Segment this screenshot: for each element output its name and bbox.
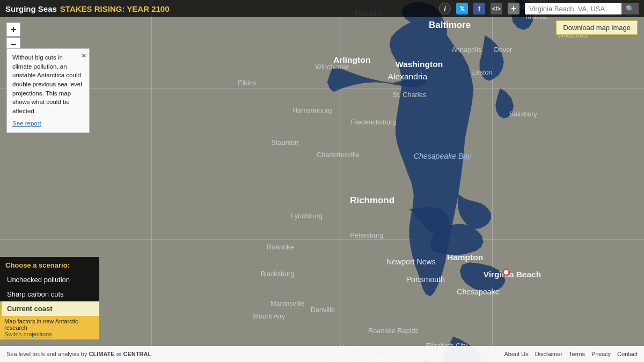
svg-point-64 bbox=[504, 270, 508, 274]
zoom-controls: + − bbox=[6, 23, 20, 51]
svg-text:Portsmouth: Portsmouth bbox=[406, 275, 445, 284]
brand-name: CLIMATE bbox=[89, 351, 115, 357]
svg-text:St. Charles: St. Charles bbox=[392, 92, 426, 99]
footer-about[interactable]: About Us bbox=[504, 351, 528, 357]
footer-privacy[interactable]: Privacy bbox=[591, 351, 611, 357]
svg-text:Baltimore: Baltimore bbox=[429, 20, 471, 30]
twitter-icon[interactable]: 𝕏 bbox=[456, 3, 468, 14]
switch-projections-link[interactable]: Switch projections bbox=[4, 331, 95, 337]
search-button[interactable]: 🔍 bbox=[621, 3, 639, 14]
svg-text:Danville: Danville bbox=[311, 306, 335, 314]
scenario-current[interactable]: Current coast bbox=[0, 301, 99, 316]
zoom-in-button[interactable]: + bbox=[6, 23, 20, 36]
download-map-button[interactable]: Download map image bbox=[556, 20, 638, 35]
footer-links: About Us Disclaimer Terms Privacy Contac… bbox=[504, 351, 638, 357]
svg-text:Chesapeake: Chesapeake bbox=[457, 287, 499, 296]
svg-text:Dover: Dover bbox=[494, 46, 513, 54]
svg-text:Richmond: Richmond bbox=[350, 195, 394, 205]
svg-text:Salisbury: Salisbury bbox=[509, 110, 538, 118]
brand-suffix: CENTRAL bbox=[123, 351, 152, 357]
svg-text:Alexandria: Alexandria bbox=[388, 72, 428, 81]
antarctica-notice: Map factors in new Antarctic research Sw… bbox=[0, 316, 99, 339]
svg-text:Arlington: Arlington bbox=[333, 55, 370, 64]
title-surging: Surging Seas bbox=[5, 4, 57, 13]
svg-text:Mount Airy: Mount Airy bbox=[253, 313, 286, 320]
credit-text: Sea level tools and analysis by bbox=[6, 351, 87, 357]
footer-terms[interactable]: Terms bbox=[569, 351, 585, 357]
info-popup-close[interactable]: × bbox=[82, 51, 86, 61]
cc-logo: CLIMATE ∞ CENTRAL bbox=[89, 350, 152, 358]
plus-icon[interactable]: + bbox=[508, 3, 519, 14]
title-stakes: STAKES RISING: YEAR 2100 bbox=[60, 4, 170, 13]
svg-text:Washington: Washington bbox=[396, 60, 443, 69]
scenario-unchecked[interactable]: Unchecked pollution bbox=[0, 272, 99, 287]
svg-text:Roanoke: Roanoke bbox=[267, 243, 294, 251]
svg-text:Annapolis: Annapolis bbox=[451, 46, 481, 54]
svg-text:Virginia Beach: Virginia Beach bbox=[484, 270, 541, 279]
bottom-bar: Sea level tools and analysis by CLIMATE … bbox=[0, 346, 644, 362]
svg-text:Staunton: Staunton bbox=[271, 139, 298, 146]
svg-text:Martinsville: Martinsville bbox=[270, 300, 304, 307]
info-button[interactable]: i bbox=[439, 3, 451, 14]
search-container: 🔍 bbox=[525, 3, 639, 14]
svg-text:Winchester: Winchester bbox=[315, 63, 349, 71]
svg-text:Hampton: Hampton bbox=[447, 253, 483, 262]
facebook-icon[interactable]: f bbox=[473, 3, 485, 14]
svg-text:Chesapeake Bay: Chesapeake Bay bbox=[414, 152, 472, 160]
footer-disclaimer[interactable]: Disclaimer bbox=[535, 351, 562, 357]
svg-text:Fredericksburg: Fredericksburg bbox=[351, 119, 397, 126]
see-report-link[interactable]: See report bbox=[12, 120, 41, 127]
footer-contact[interactable]: Contact bbox=[617, 351, 638, 357]
svg-text:Easton: Easton bbox=[471, 69, 493, 76]
svg-text:Charlottesville: Charlottesville bbox=[317, 151, 360, 159]
search-input[interactable] bbox=[525, 3, 621, 14]
svg-text:Petersburg: Petersburg bbox=[350, 232, 383, 239]
scenario-list: Unchecked pollution Sharp carbon cuts Cu… bbox=[0, 272, 99, 316]
svg-text:Roanoke Rapids: Roanoke Rapids bbox=[368, 327, 419, 335]
info-popup-text: Without big cuts in climate pollution, a… bbox=[12, 53, 84, 116]
info-popup: × Without big cuts in climate pollution,… bbox=[6, 48, 90, 133]
scenario-carbon[interactable]: Sharp carbon cuts bbox=[0, 287, 99, 301]
svg-text:Newport News: Newport News bbox=[386, 258, 436, 267]
scenario-panel: Choose a scenario: Unchecked pollution S… bbox=[0, 257, 99, 339]
top-right-tools: i 𝕏 f </> + 🔍 bbox=[439, 3, 639, 14]
svg-text:Blacksburg: Blacksburg bbox=[261, 270, 295, 278]
code-icon[interactable]: </> bbox=[491, 3, 502, 14]
top-bar: Surging Seas STAKES RISING: YEAR 2100 i … bbox=[0, 0, 644, 17]
scenario-title: Choose a scenario: bbox=[0, 257, 99, 272]
brand-icon: ∞ bbox=[116, 350, 122, 358]
svg-text:Elkins: Elkins bbox=[238, 79, 256, 87]
svg-text:Lynchburg: Lynchburg bbox=[291, 212, 323, 220]
svg-text:Harrisonburg: Harrisonburg bbox=[292, 107, 332, 114]
antarctica-notice-text: Map factors in new Antarctic research bbox=[4, 318, 78, 331]
